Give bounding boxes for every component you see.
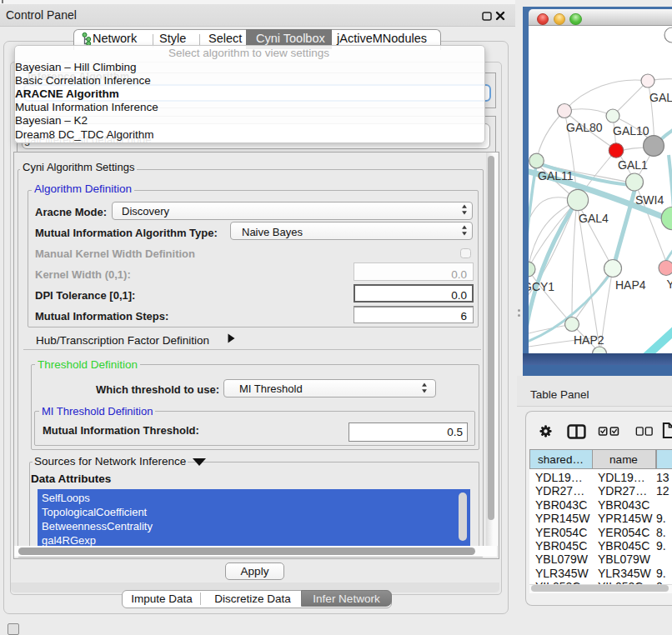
svg-text:GAL4: GAL4 [579, 212, 609, 225]
svg-text:GAL10: GAL10 [613, 124, 649, 138]
svg-text:GCY1: GCY1 [529, 280, 554, 293]
svg-text:HAP2: HAP2 [574, 333, 604, 347]
svg-text:HAP4: HAP4 [615, 278, 646, 292]
svg-text:GAL11: GAL11 [538, 169, 574, 182]
svg-text:Y: Y [667, 278, 672, 291]
svg-text:GAL80: GAL80 [566, 121, 603, 134]
svg-text:GAL1: GAL1 [618, 158, 648, 172]
svg-text:GAL: GAL [649, 91, 672, 104]
svg-text:SWI4: SWI4 [635, 193, 664, 207]
